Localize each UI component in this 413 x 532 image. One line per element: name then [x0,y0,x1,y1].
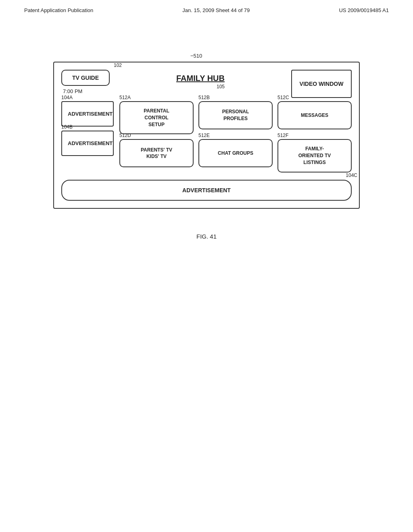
diagram-wrapper: −510 102 TV GUIDE 7:00 PM FAMILY [53,62,360,209]
header-left: Patent Application Publication [24,7,93,13]
video-window-box[interactable]: VIDEO WINDOW [291,70,352,98]
feature-wrapper-0: 512APARENTALCONTROLSETUP [119,101,194,134]
feature-ref-0: 512A [119,95,131,100]
feature-wrapper-2: 512CMESSAGES [277,101,352,134]
features-grid: 512APARENTALCONTROLSETUP512BPERSONALPROF… [119,101,352,172]
ads-column: 104A ADVERTISEMENT 104B ADVERTISEMENT [61,101,114,156]
feature-ref-2: 512C [277,95,289,100]
ref-104c: 104C [346,172,357,178]
header-center: Jan. 15, 2009 Sheet 44 of 79 [182,7,250,13]
feature-ref-5: 512F [277,133,288,138]
ref-510: −510 [190,53,202,59]
screen-middle: 104A ADVERTISEMENT 104B ADVERTISEMENT 5 [61,101,352,172]
ad1-box: ADVERTISEMENT [61,101,114,127]
feature-btn-3[interactable]: PARENTS' TVKIDS' TV [119,139,194,167]
feature-wrapper-3: 512DPARENTS' TVKIDS' TV [119,139,194,172]
tv-guide-area: 102 TV GUIDE 7:00 PM [61,70,110,94]
fig-label: FIG. 41 [196,233,217,240]
ref-104b: 104B [61,124,73,130]
family-hub-area: FAMILY HUB 105 [176,70,225,89]
header-right: US 2009/0019485 A1 [339,7,389,13]
feature-btn-2[interactable]: MESSAGES [277,101,352,129]
ref-104a: 104A [61,95,73,100]
feature-ref-4: 512E [198,133,210,138]
screen-box: 102 TV GUIDE 7:00 PM FAMILY HUB 105 VIDE [53,62,360,209]
feature-btn-5[interactable]: FAMILY-ORIENTED TVLISTINGS [277,139,352,172]
feature-wrapper-1: 512BPERSONALPROFILES [198,101,273,134]
feature-btn-1[interactable]: PERSONALPROFILES [198,101,273,129]
ad2-wrapper: 104B ADVERTISEMENT [61,131,114,156]
ref-105: 105 [217,84,225,89]
ad1-wrapper: 104A ADVERTISEMENT [61,101,114,127]
tv-guide-box[interactable]: TV GUIDE [61,70,110,86]
feature-wrapper-4: 512ECHAT GROUPS [198,139,273,172]
video-window-area: VIDEO WINDOW [291,70,352,98]
feature-ref-3: 512D [119,133,131,138]
main-content: −510 102 TV GUIDE 7:00 PM FAMILY [0,13,413,240]
tv-guide-time: 7:00 PM [61,88,110,94]
feature-btn-4[interactable]: CHAT GROUPS [198,139,273,167]
ad-bar: ADVERTISEMENT [61,180,352,201]
feature-wrapper-5: 512FFAMILY-ORIENTED TVLISTINGS [277,139,352,172]
ad2-box: ADVERTISEMENT [61,131,114,156]
ref-102: 102 [114,62,122,68]
feature-ref-1: 512B [198,95,210,100]
screen-top-row: 102 TV GUIDE 7:00 PM FAMILY HUB 105 VIDE [61,70,352,98]
feature-btn-0[interactable]: PARENTALCONTROLSETUP [119,101,194,134]
family-hub-title: FAMILY HUB [176,74,225,83]
screen-bottom: 104C ADVERTISEMENT [61,180,352,201]
page-header: Patent Application Publication Jan. 15, … [0,0,413,13]
